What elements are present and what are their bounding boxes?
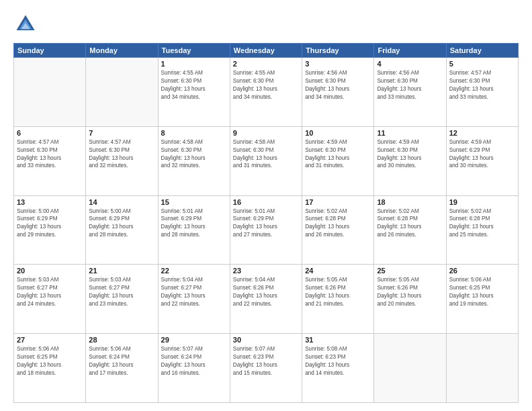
day-number: 2 — [233, 60, 299, 68]
weekday-friday: Friday — [374, 44, 446, 58]
calendar-cell: 14Sunrise: 5:00 AM Sunset: 6:29 PM Dayli… — [86, 195, 158, 265]
calendar-cell — [14, 58, 86, 127]
calendar-cell: 28Sunrise: 5:06 AM Sunset: 6:24 PM Dayli… — [86, 334, 158, 403]
day-info: Sunrise: 5:06 AM Sunset: 6:24 PM Dayligh… — [89, 345, 154, 377]
day-info: Sunrise: 4:59 AM Sunset: 6:29 PM Dayligh… — [449, 138, 515, 171]
weekday-saturday: Saturday — [446, 44, 518, 58]
day-info: Sunrise: 5:01 AM Sunset: 6:29 PM Dayligh… — [233, 208, 299, 240]
calendar-cell: 18Sunrise: 5:02 AM Sunset: 6:28 PM Dayli… — [374, 195, 446, 265]
calendar-cell — [446, 334, 518, 403]
day-number: 7 — [89, 129, 154, 137]
calendar-cell — [374, 334, 446, 403]
day-info: Sunrise: 4:56 AM Sunset: 6:30 PM Dayligh… — [377, 69, 443, 101]
weekday-wednesday: Wednesday — [230, 44, 302, 58]
calendar-cell: 22Sunrise: 5:04 AM Sunset: 6:27 PM Dayli… — [158, 265, 230, 334]
day-number: 30 — [233, 336, 299, 344]
day-number: 3 — [305, 60, 371, 68]
weekday-tuesday: Tuesday — [158, 44, 230, 58]
calendar-cell: 10Sunrise: 4:59 AM Sunset: 6:30 PM Dayli… — [302, 126, 374, 195]
day-number: 27 — [17, 336, 83, 344]
calendar-cell: 31Sunrise: 5:08 AM Sunset: 6:23 PM Dayli… — [302, 334, 374, 403]
day-info: Sunrise: 5:08 AM Sunset: 6:23 PM Dayligh… — [305, 345, 371, 377]
day-number: 25 — [377, 267, 443, 275]
calendar-cell: 3Sunrise: 4:56 AM Sunset: 6:30 PM Daylig… — [302, 58, 374, 127]
calendar-cell: 29Sunrise: 5:07 AM Sunset: 6:24 PM Dayli… — [158, 334, 230, 403]
day-info: Sunrise: 4:57 AM Sunset: 6:30 PM Dayligh… — [17, 138, 83, 171]
week-row-4: 20Sunrise: 5:03 AM Sunset: 6:27 PM Dayli… — [14, 265, 519, 334]
calendar-cell: 20Sunrise: 5:03 AM Sunset: 6:27 PM Dayli… — [14, 265, 86, 334]
day-info: Sunrise: 4:58 AM Sunset: 6:30 PM Dayligh… — [233, 138, 299, 171]
week-row-3: 13Sunrise: 5:00 AM Sunset: 6:29 PM Dayli… — [14, 195, 519, 265]
day-number: 29 — [161, 336, 227, 344]
day-number: 20 — [17, 267, 83, 275]
day-info: Sunrise: 5:01 AM Sunset: 6:29 PM Dayligh… — [161, 208, 227, 240]
calendar-cell: 21Sunrise: 5:03 AM Sunset: 6:27 PM Dayli… — [86, 265, 158, 334]
day-number: 31 — [305, 336, 371, 344]
day-info: Sunrise: 5:07 AM Sunset: 6:24 PM Dayligh… — [161, 345, 227, 377]
day-number: 6 — [17, 129, 83, 137]
day-info: Sunrise: 4:59 AM Sunset: 6:30 PM Dayligh… — [377, 138, 443, 171]
logo — [13, 12, 40, 36]
page: SundayMondayTuesdayWednesdayThursdayFrid… — [0, 0, 532, 411]
day-info: Sunrise: 5:05 AM Sunset: 6:26 PM Dayligh… — [305, 276, 371, 308]
day-number: 18 — [377, 198, 443, 206]
day-number: 17 — [305, 198, 371, 206]
day-info: Sunrise: 5:02 AM Sunset: 6:28 PM Dayligh… — [377, 208, 443, 240]
calendar-cell: 2Sunrise: 4:55 AM Sunset: 6:30 PM Daylig… — [230, 58, 302, 127]
day-number: 28 — [89, 336, 154, 344]
weekday-sunday: Sunday — [14, 44, 86, 58]
calendar-cell: 4Sunrise: 4:56 AM Sunset: 6:30 PM Daylig… — [374, 58, 446, 127]
calendar-cell: 30Sunrise: 5:07 AM Sunset: 6:23 PM Dayli… — [230, 334, 302, 403]
day-number: 12 — [449, 129, 515, 137]
day-info: Sunrise: 5:07 AM Sunset: 6:23 PM Dayligh… — [233, 345, 299, 377]
day-info: Sunrise: 5:00 AM Sunset: 6:29 PM Dayligh… — [17, 208, 83, 240]
day-info: Sunrise: 5:03 AM Sunset: 6:27 PM Dayligh… — [17, 276, 83, 308]
day-info: Sunrise: 5:05 AM Sunset: 6:26 PM Dayligh… — [377, 276, 443, 308]
day-info: Sunrise: 4:59 AM Sunset: 6:30 PM Dayligh… — [305, 138, 371, 171]
calendar-cell: 23Sunrise: 5:04 AM Sunset: 6:26 PM Dayli… — [230, 265, 302, 334]
week-row-2: 6Sunrise: 4:57 AM Sunset: 6:30 PM Daylig… — [14, 126, 519, 195]
day-info: Sunrise: 5:06 AM Sunset: 6:25 PM Dayligh… — [449, 276, 515, 308]
day-info: Sunrise: 4:58 AM Sunset: 6:30 PM Dayligh… — [161, 138, 227, 171]
day-info: Sunrise: 5:03 AM Sunset: 6:27 PM Dayligh… — [89, 276, 154, 308]
day-info: Sunrise: 4:57 AM Sunset: 6:30 PM Dayligh… — [449, 69, 515, 101]
calendar-cell — [86, 58, 158, 127]
day-number: 14 — [89, 198, 154, 206]
calendar-cell: 16Sunrise: 5:01 AM Sunset: 6:29 PM Dayli… — [230, 195, 302, 265]
day-number: 24 — [305, 267, 371, 275]
day-number: 8 — [161, 129, 227, 137]
day-number: 11 — [377, 129, 443, 137]
calendar-cell: 26Sunrise: 5:06 AM Sunset: 6:25 PM Dayli… — [446, 265, 518, 334]
calendar-cell: 19Sunrise: 5:02 AM Sunset: 6:28 PM Dayli… — [446, 195, 518, 265]
calendar-cell: 9Sunrise: 4:58 AM Sunset: 6:30 PM Daylig… — [230, 126, 302, 195]
header — [13, 12, 519, 36]
day-number: 26 — [449, 267, 515, 275]
day-info: Sunrise: 4:55 AM Sunset: 6:30 PM Dayligh… — [161, 69, 227, 101]
day-number: 15 — [161, 198, 227, 206]
day-number: 19 — [449, 198, 515, 206]
day-number: 1 — [161, 60, 227, 68]
day-info: Sunrise: 5:02 AM Sunset: 6:28 PM Dayligh… — [305, 208, 371, 240]
day-number: 23 — [233, 267, 299, 275]
day-info: Sunrise: 5:00 AM Sunset: 6:29 PM Dayligh… — [89, 208, 154, 240]
day-info: Sunrise: 5:02 AM Sunset: 6:28 PM Dayligh… — [449, 208, 515, 240]
weekday-monday: Monday — [86, 44, 158, 58]
weekday-header-row: SundayMondayTuesdayWednesdayThursdayFrid… — [14, 44, 519, 58]
day-number: 10 — [305, 129, 371, 137]
calendar-table: SundayMondayTuesdayWednesdayThursdayFrid… — [13, 43, 519, 403]
day-info: Sunrise: 4:57 AM Sunset: 6:30 PM Dayligh… — [89, 138, 154, 171]
calendar-cell: 25Sunrise: 5:05 AM Sunset: 6:26 PM Dayli… — [374, 265, 446, 334]
week-row-1: 1Sunrise: 4:55 AM Sunset: 6:30 PM Daylig… — [14, 58, 519, 127]
day-number: 22 — [161, 267, 227, 275]
day-number: 16 — [233, 198, 299, 206]
day-info: Sunrise: 4:55 AM Sunset: 6:30 PM Dayligh… — [233, 69, 299, 101]
day-number: 21 — [89, 267, 154, 275]
calendar-cell: 12Sunrise: 4:59 AM Sunset: 6:29 PM Dayli… — [446, 126, 518, 195]
calendar-cell: 17Sunrise: 5:02 AM Sunset: 6:28 PM Dayli… — [302, 195, 374, 265]
calendar-cell: 24Sunrise: 5:05 AM Sunset: 6:26 PM Dayli… — [302, 265, 374, 334]
calendar-cell: 8Sunrise: 4:58 AM Sunset: 6:30 PM Daylig… — [158, 126, 230, 195]
day-number: 4 — [377, 60, 443, 68]
calendar-cell: 7Sunrise: 4:57 AM Sunset: 6:30 PM Daylig… — [86, 126, 158, 195]
day-number: 9 — [233, 129, 299, 137]
calendar-cell: 1Sunrise: 4:55 AM Sunset: 6:30 PM Daylig… — [158, 58, 230, 127]
